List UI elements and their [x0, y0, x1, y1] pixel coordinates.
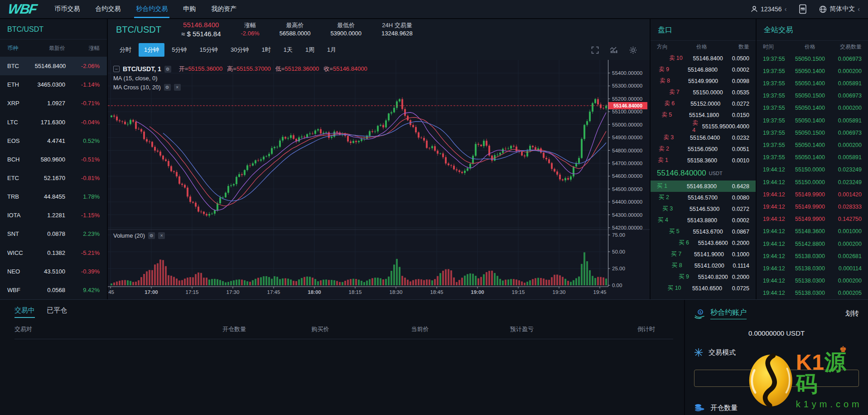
positions-tab[interactable]: 已平仓 — [47, 306, 67, 318]
svg-text::45: :45 — [108, 289, 114, 295]
trade-qty: 0.005891 — [829, 80, 862, 87]
coin-row[interactable]: EOS4.47410.52% — [0, 132, 107, 150]
nav-item[interactable]: 币币交易 — [54, 0, 80, 18]
orderbook-row[interactable]: 卖 655152.00000.0272 — [651, 98, 756, 109]
positions-tab[interactable]: 交易中 — [14, 306, 35, 318]
timeframe-tab[interactable]: 1周 — [300, 43, 320, 57]
coin-row[interactable]: WICC0.1382-5.21% — [0, 244, 107, 262]
nav-item[interactable]: 秒合约交易 — [136, 0, 168, 18]
coin-row[interactable]: SNT0.08782.23% — [0, 225, 107, 243]
trade-qty: 0.002681 — [829, 253, 862, 259]
orderbook-row[interactable]: 卖 955146.88000.0002 — [651, 64, 756, 75]
nav-item[interactable]: 我的资产 — [211, 0, 236, 18]
orderbook-qty: 0.0232 — [721, 135, 749, 141]
orderbook-row[interactable]: 卖 455155.95000.4000 — [651, 121, 756, 132]
orderbook-row[interactable]: 买 1055140.65000.0725 — [651, 283, 756, 294]
coin-row[interactable]: BCH580.9600-0.51% — [0, 150, 107, 169]
coin-row[interactable]: BTC55146.8400-2.06% — [0, 57, 107, 75]
orderbook-price: 55150.0000 — [693, 89, 723, 96]
ma-legend: MA (15, close, 0) — [113, 73, 367, 83]
orderbook-row[interactable]: 买 855141.02000.1114 — [651, 260, 756, 271]
coin-row[interactable]: NEO43.5100-0.39% — [0, 262, 107, 281]
timeframe-tab[interactable]: 1时 — [256, 43, 276, 57]
coin-symbol: TRB — [7, 193, 35, 200]
orderbook-row[interactable]: 买 655143.66000.2000 — [651, 237, 756, 249]
trade-row: 19:37:5555050.15000.006973 — [757, 53, 868, 65]
trade-mode-input[interactable] — [694, 370, 859, 387]
timeframe-tab[interactable]: 1月 — [322, 43, 342, 57]
nav-item[interactable]: 申购 — [183, 0, 196, 18]
coin-row[interactable]: TRB44.84551.78% — [0, 187, 107, 206]
high-label: 最高价 — [286, 21, 304, 29]
coin-row[interactable]: XRP1.0927-0.71% — [0, 94, 107, 112]
orderbook-row[interactable]: 买 555143.67000.0867 — [651, 226, 756, 237]
current-price: 55146.840000 — [657, 169, 706, 178]
svg-text:18:15: 18:15 — [349, 289, 362, 295]
orderbook-row[interactable]: 买 255146.57000.0080 — [651, 192, 756, 203]
svg-text:18:30: 18:30 — [390, 289, 403, 295]
chart-column: BTC/USDT 55146.8400 ≈ $ 55146.84 涨幅 -2.0… — [108, 19, 651, 299]
trade-price: 55149.9900 — [791, 191, 829, 198]
trade-qty: 0.006973 — [829, 93, 862, 99]
collapse-icon[interactable]: − — [113, 66, 120, 72]
trade-time: 19:37:55 — [763, 105, 791, 111]
fullscreen-icon[interactable] — [591, 46, 599, 54]
coin-row[interactable]: ETC52.1670-0.81% — [0, 169, 107, 187]
account-title[interactable]: 秒合约账户 — [710, 308, 747, 319]
orderbook-row[interactable]: 买 755141.90000.1000 — [651, 249, 756, 260]
orderbook-row[interactable]: 卖 555154.18000.0150 — [651, 109, 756, 121]
close-icon[interactable]: × — [158, 232, 165, 239]
timeframe-tab[interactable]: 5分钟 — [166, 43, 192, 57]
orderbook-row[interactable]: 买 955140.82000.2000 — [651, 271, 756, 283]
trade-price: 55050.1400 — [791, 117, 829, 124]
timeframe-tab[interactable]: 分时 — [114, 43, 137, 57]
orderbook-row[interactable]: 买 455143.88000.0002 — [651, 215, 756, 226]
coin-row[interactable]: LTC171.6300-0.04% — [0, 112, 107, 131]
coin-price: 43.5100 — [35, 268, 72, 275]
timeframe-tab[interactable]: 1天 — [278, 43, 298, 57]
orderbook-price: 55156.0400 — [689, 135, 721, 141]
trade-time: 19:44:12 — [763, 278, 791, 284]
high-value: 56588.0000 — [280, 29, 311, 38]
chart-canvas[interactable]: 55400.0000055300.0000055200.0000055100.0… — [108, 60, 650, 299]
orderbook-row[interactable]: 卖 1055146.84000.0500 — [651, 53, 756, 64]
timeframe-tab[interactable]: 1分钟 — [139, 43, 164, 57]
language-menu[interactable]: 简体中文 ‹ — [819, 5, 860, 13]
orderbook-qty: 0.2000 — [728, 274, 749, 280]
trade-qty: 0.006973 — [829, 130, 862, 136]
orderbook-row[interactable]: 卖 855149.99000.0098 — [651, 75, 756, 87]
user-menu[interactable]: 123456 ‹ — [751, 5, 786, 13]
app-download-icon[interactable]: APP — [798, 4, 807, 14]
timeframe-tabs: 分时1分钟5分钟15分钟30分钟1时1天1周1月 — [108, 40, 650, 60]
trade-price: 55050.1400 — [791, 105, 829, 111]
settings-icon[interactable]: ⚙ — [164, 66, 171, 73]
trade-time: 19:37:55 — [763, 68, 791, 74]
gear-icon[interactable]: ⚙ — [148, 232, 155, 239]
trade-price: 55050.1400 — [791, 68, 829, 74]
coin-row[interactable]: ETH3465.0300-1.14% — [0, 75, 107, 94]
candlestick-chart[interactable]: 55400.0000055300.0000055200.0000055100.0… — [108, 60, 650, 299]
nav-item[interactable]: 合约交易 — [95, 0, 121, 18]
orderbook-row[interactable]: 卖 755150.00000.0535 — [651, 87, 756, 98]
coin-row[interactable]: IOTA1.2281-1.15% — [0, 206, 107, 225]
open-amount-label: 开仓数量 — [710, 404, 738, 412]
indicator-icon[interactable] — [610, 46, 618, 54]
gear-icon[interactable]: ⚙ — [164, 84, 171, 91]
trade-price: 55050.1400 — [791, 142, 829, 148]
wbf-logo[interactable]: WBF — [7, 1, 38, 17]
orderbook-row[interactable]: 卖 355156.04000.0232 — [651, 132, 756, 143]
orderbook-row[interactable]: 买 155146.83000.6428 — [651, 181, 756, 192]
orderbook-row[interactable]: 卖 255156.05000.0051 — [651, 143, 756, 155]
last-price: 55146.8400 — [183, 20, 219, 29]
transfer-link[interactable]: 划转 — [845, 309, 859, 318]
coin-row[interactable]: WBF0.05689.42% — [0, 281, 107, 299]
orderbook-row[interactable]: 卖 155158.36000.0010 — [651, 155, 756, 166]
close-icon[interactable]: × — [174, 84, 181, 91]
trade-price: 55050.1500 — [791, 93, 829, 99]
timeframe-tab[interactable]: 30分钟 — [225, 43, 254, 57]
coin-symbol: NEO — [7, 268, 35, 275]
svg-text:54700.00000: 54700.00000 — [612, 161, 642, 166]
gear-icon[interactable] — [629, 46, 637, 54]
timeframe-tab[interactable]: 15分钟 — [194, 43, 223, 57]
orderbook-row[interactable]: 买 355146.53000.0272 — [651, 203, 756, 215]
